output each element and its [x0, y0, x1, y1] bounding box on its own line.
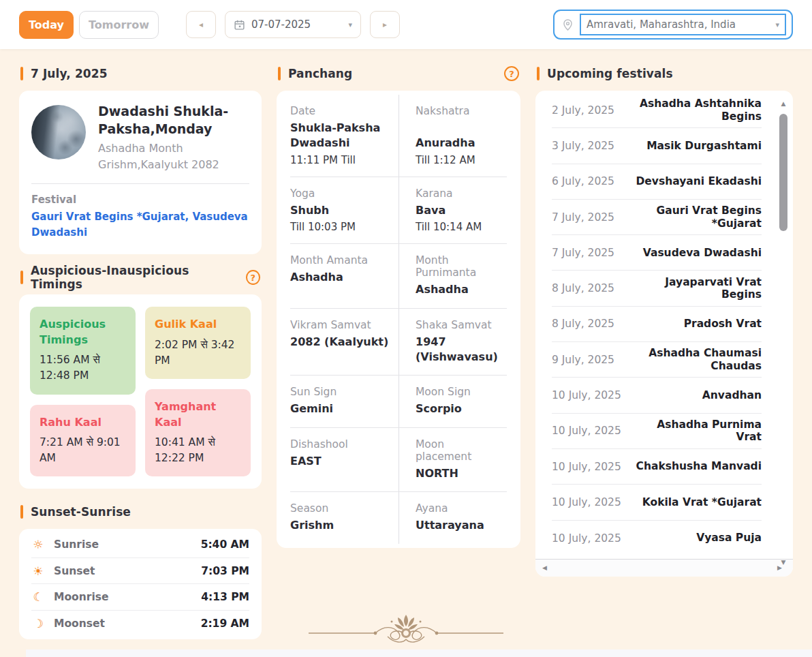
panchang-cell-yoga: Yoga Shubh Till 10:03 PM [290, 177, 399, 243]
festivals-column: Upcoming festivals 2 July, 2025 Ashadha … [535, 65, 793, 639]
panchang-row: Season Grishm Ayana Uttarayana [290, 492, 507, 543]
next-day-button[interactable]: ▸ [370, 11, 400, 38]
upcoming-festivals-card: 2 July, 2025 Ashadha Ashtahnika Begins 3… [535, 91, 793, 577]
panchang-label: Shaka Samvat [416, 319, 503, 331]
festival-row[interactable]: 8 July, 2025 Pradosh Vrat [552, 307, 762, 342]
scroll-up-icon[interactable]: ▲ [779, 100, 787, 107]
panchang-cell-season: Season Grishm [290, 492, 399, 543]
festival-name: Jayaparvati Vrat Begins [621, 276, 762, 301]
panchang-value: Shukla-Paksha Dwadashi [290, 121, 394, 151]
tithi-title: Dwadashi Shukla-Paksha,Monday [98, 102, 249, 138]
auspicious-timings-chip: Auspicious Timings 11:56 AM से 12:48 PM [30, 307, 136, 394]
rahu-kaal-chip: Rahu Kaal 7:21 AM से 9:01 AM [30, 405, 136, 477]
festival-name: Vasudeva Dwadashi [643, 247, 762, 260]
panchang-label: Month Amanta [290, 254, 394, 266]
accent-bar [20, 505, 23, 519]
chevron-right-icon: ▸ [383, 20, 387, 29]
vertical-scrollbar[interactable]: ▲ ▼ [778, 99, 789, 553]
festival-row[interactable]: 10 July, 2025 Kokila Vrat *Gujarat [552, 485, 762, 520]
sunset-row: ☀ Sunset 7:03 PM [31, 558, 249, 585]
panchang-value: Grishm [290, 518, 394, 533]
horizontal-scrollbar[interactable]: ◀ ▶ [535, 559, 793, 577]
festival-link[interactable]: Gauri Vrat Begins *Gujarat, Vasudeva Dwa… [31, 209, 249, 241]
help-icon[interactable]: ? [504, 66, 519, 81]
tomorrow-button[interactable]: Tomorrow [79, 11, 159, 39]
panchang-label: Karana [416, 187, 503, 200]
festival-date: 6 July, 2025 [552, 175, 614, 187]
panchang-label: Sun Sign [290, 386, 394, 398]
panchang-row: Date Shukla-Paksha Dwadashi 11:11 PM Til… [290, 95, 507, 177]
panchang-value: Gemini [290, 401, 394, 416]
chip-title: Yamghant Kaal [155, 399, 241, 430]
location-value: Amravati, Maharashtra, India [587, 18, 771, 31]
divider [31, 183, 249, 184]
festival-row[interactable]: 6 July, 2025 Devshayani Ekadashi [552, 164, 762, 200]
festival-row[interactable]: 3 July, 2025 Masik Durgashtami [552, 128, 762, 164]
accent-bar [20, 271, 23, 284]
panchang-cell-date: Date Shukla-Paksha Dwadashi 11:11 PM Til… [290, 95, 399, 177]
festival-name: Gauri Vrat Begins *Gujarat [621, 204, 762, 230]
panchang-value: Ashadha [416, 282, 503, 297]
festival-row[interactable]: 7 July, 2025 Vasudeva Dwadashi [552, 235, 762, 271]
sunset-icon: ☀ [31, 564, 45, 578]
panchang-value: Scorpio [416, 401, 503, 416]
panchang-row: Dishashool EAST Moon placement NORTH [290, 428, 507, 492]
date-picker[interactable]: 07-07-2025 ▾ [225, 11, 361, 38]
location-picker[interactable]: Amravati, Maharashtra, India ▾ [553, 10, 793, 40]
festivals-heading: Upcoming festivals [537, 65, 792, 82]
sunset-sunrise-heading: Sunset-Sunrise [20, 504, 260, 520]
festival-row[interactable]: 2 July, 2025 Ashadha Ashtahnika Begins [552, 93, 762, 128]
accent-bar [20, 67, 23, 80]
main-content: 7 July, 2025 Dwadashi Shukla-Paksha,Mond… [0, 49, 812, 639]
panchang-cell-shaka-samvat: Shaka Samvat 1947 (Vishwavasu) [399, 309, 507, 376]
festival-row[interactable]: 10 July, 2025 Chakshusha Manvadi [552, 449, 762, 485]
chip-time: 10:41 AM से 12:22 PM [155, 435, 241, 467]
moonrise-icon: ☾ [31, 590, 45, 604]
panchang-label: Yoga [290, 187, 394, 200]
timings-card: Auspicious Timings 11:56 AM से 12:48 PM … [19, 294, 262, 489]
festival-date: 10 July, 2025 [552, 425, 621, 437]
prev-day-button[interactable]: ◂ [186, 11, 216, 38]
scroll-right-icon[interactable]: ▶ [777, 564, 782, 571]
panchang-row: Month Amanta Ashadha Month Purnimanta As… [290, 244, 507, 308]
sunrise-row: ☼ Sunrise 5:40 AM [31, 532, 249, 558]
panchang-label: Date [290, 105, 394, 117]
panchang-value: NORTH [416, 466, 503, 481]
panchang-card: Date Shukla-Paksha Dwadashi 11:11 PM Til… [277, 91, 520, 548]
sun-row-time: 4:13 PM [201, 591, 249, 603]
accent-bar [537, 67, 540, 80]
festival-row[interactable]: 10 July, 2025 Vyasa Puja [552, 521, 762, 556]
scroll-left-icon[interactable]: ◀ [542, 564, 547, 571]
festival-row[interactable]: 8 July, 2025 Jayaparvati Vrat Begins [552, 271, 762, 306]
bottom-strip [26, 650, 812, 657]
festival-row[interactable]: 9 July, 2025 Ashadha Chaumasi Chaudas [552, 342, 762, 378]
festival-date: 10 July, 2025 [552, 496, 621, 508]
festival-row[interactable]: 10 July, 2025 Anvadhan [552, 378, 762, 413]
festival-row[interactable]: 7 July, 2025 Gauri Vrat Begins *Gujarat [552, 200, 762, 235]
panchang-value: Anuradha [416, 136, 503, 151]
panchang-row: Yoga Shubh Till 10:03 PM Karana Bava Til… [290, 177, 507, 244]
today-button[interactable]: Today [19, 11, 74, 39]
panchang-cell-karana: Karana Bava Till 10:14 AM [399, 177, 507, 243]
panchang-row: Sun Sign Gemini Moon Sign Scorpio [290, 376, 507, 427]
panchang-cell-sun-sign: Sun Sign Gemini [290, 376, 399, 427]
festival-name: Vyasa Puja [696, 532, 762, 545]
sun-row-time: 7:03 PM [201, 565, 249, 577]
panchang-heading: Panchang ? [278, 65, 519, 82]
help-icon[interactable]: ? [246, 270, 260, 285]
location-pin-icon [561, 18, 574, 31]
timings-heading-text: Auspicious-Inauspicious Timings [31, 264, 238, 291]
scroll-down-icon[interactable]: ▼ [779, 559, 787, 566]
panchang-label: Ayana [416, 502, 503, 515]
festival-row[interactable]: 10 July, 2025 Ashadha Purnima Vrat [552, 414, 762, 449]
panchang-cell-month-purnimanta: Month Purnimanta Ashadha [399, 244, 507, 307]
scrollbar-thumb[interactable] [779, 114, 787, 231]
decorative-flourish [0, 612, 812, 647]
date-value: 07-07-2025 [251, 18, 342, 31]
panchang-value: EAST [290, 454, 394, 469]
panchang-cell-dishashool: Dishashool EAST [290, 428, 399, 491]
location-input[interactable]: Amravati, Maharashtra, India ▾ [580, 14, 786, 35]
date-heading: 7 July, 2025 [20, 65, 260, 82]
panchang-till: Till 10:14 AM [416, 221, 503, 233]
festival-date: 2 July, 2025 [552, 104, 614, 117]
